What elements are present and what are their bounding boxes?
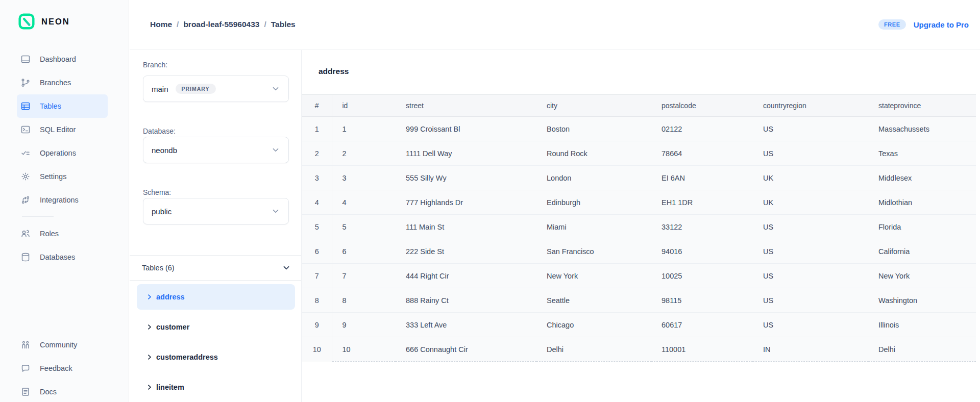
document-icon	[20, 387, 31, 397]
sidebar-item-label: Operations	[40, 149, 76, 157]
cell: 8	[332, 288, 396, 313]
cell: 7	[332, 264, 396, 288]
breadcrumb-separator: /	[177, 20, 179, 29]
left-panel: Branch: main PRIMARY Database: neondb Sc…	[130, 50, 302, 402]
tables-section-header[interactable]: Tables (6)	[130, 255, 301, 281]
column-header-stateprovince: stateprovince	[868, 95, 976, 117]
cell: Middlesex	[868, 166, 976, 190]
database-icon	[20, 252, 31, 262]
cell: 8	[302, 288, 332, 313]
cell: 7	[302, 264, 332, 288]
database-select-value: neondb	[152, 146, 177, 155]
breadcrumb-link[interactable]: broad-leaf-55960433	[183, 20, 259, 29]
cell: 222 Side St	[396, 239, 536, 264]
column-header-street: street	[396, 95, 536, 117]
table-row[interactable]: 44777 Highlands DrEdinburghEH1 1DRUKMidl…	[302, 190, 976, 215]
grid-header-row: #idstreetcitypostalcodecountryregionstat…	[302, 95, 976, 117]
sidebar-item-label: Settings	[40, 172, 66, 181]
cell: 111 Main St	[396, 215, 536, 239]
cell: US	[753, 313, 868, 337]
sidebar-item-roles[interactable]: Roles	[17, 222, 108, 245]
sidebar-item-label: Roles	[40, 230, 59, 238]
cell: 2	[332, 141, 396, 166]
sidebar-nav-secondary: RolesDatabases	[0, 222, 129, 269]
sidebar-item-databases[interactable]: Databases	[17, 245, 108, 269]
neon-logo[interactable]: NEON	[18, 13, 70, 30]
cell: Round Rock	[536, 141, 651, 166]
table-list-item-lineitem[interactable]: lineitem	[137, 374, 295, 400]
cell: 02122	[651, 117, 753, 141]
database-label: Database:	[143, 127, 176, 135]
column-header-countryregion: countryregion	[753, 95, 868, 117]
table-row[interactable]: 77444 Right CirNew York10025USNew York	[302, 264, 976, 288]
table-row[interactable]: 221111 Dell WayRound Rock78664USTexas	[302, 141, 976, 166]
cell: 888 Rainy Ct	[396, 288, 536, 313]
cell: US	[753, 264, 868, 288]
brand-name: NEON	[41, 17, 70, 27]
tables-count-label: Tables (6)	[142, 264, 175, 272]
table-row[interactable]: 33555 Silly WyLondonEI 6ANUKMiddlesex	[302, 166, 976, 190]
breadcrumb-link[interactable]: Tables	[271, 20, 296, 29]
sidebar-item-integrations[interactable]: Integrations	[17, 188, 108, 212]
cell: 6	[332, 239, 396, 264]
table-list-item-customeraddress[interactable]: customeraddress	[137, 344, 295, 370]
sidebar-item-dashboard[interactable]: Dashboard	[17, 47, 108, 71]
cell: 4	[302, 190, 332, 215]
chevron-down-icon	[271, 84, 280, 93]
cell: 1	[302, 117, 332, 141]
cell: US	[753, 215, 868, 239]
cell: 98115	[651, 288, 753, 313]
table-row[interactable]: 55111 Main StMiami33122USFlorida	[302, 215, 976, 239]
cell: 10025	[651, 264, 753, 288]
cell: Massachussets	[868, 117, 976, 141]
schema-select[interactable]: public	[143, 198, 289, 224]
table-name: address	[156, 293, 185, 301]
table-row[interactable]: 99333 Left AveChicago60617USIllinois	[302, 313, 976, 337]
cell: Delhi	[536, 337, 651, 362]
database-select[interactable]: neondb	[143, 137, 289, 163]
sidebar-item-feedback[interactable]: Feedback	[17, 357, 108, 380]
cell: UK	[753, 166, 868, 190]
sidebar-item-settings[interactable]: Settings	[17, 165, 108, 188]
upgrade-to-pro-link[interactable]: Upgrade to Pro	[914, 20, 969, 29]
cell: New York	[868, 264, 976, 288]
free-plan-badge: FREE	[878, 19, 906, 30]
cell: EH1 1DR	[651, 190, 753, 215]
table-name: customeraddress	[156, 353, 218, 361]
sidebar-item-docs[interactable]: Docs	[17, 380, 108, 402]
cell: 78664	[651, 141, 753, 166]
sidebar-item-operations[interactable]: Operations	[17, 141, 108, 165]
table-row[interactable]: 88888 Rainy CtSeattle98115USWashington	[302, 288, 976, 313]
table-row[interactable]: 11999 Croissant BlBoston02122USMassachus…	[302, 117, 976, 141]
community-icon	[20, 340, 31, 350]
cell: 2	[302, 141, 332, 166]
cell: 999 Croissant Bl	[396, 117, 536, 141]
dashboard-icon	[20, 54, 31, 64]
cell: 333 Left Ave	[396, 313, 536, 337]
table-row[interactable]: 66222 Side StSan Francisco94016USCalifor…	[302, 239, 976, 264]
sidebar-nav-main: DashboardBranchesTablesSQL EditorOperati…	[0, 47, 129, 212]
cell: Boston	[536, 117, 651, 141]
cell: Illinois	[868, 313, 976, 337]
sidebar-item-branches[interactable]: Branches	[17, 71, 108, 94]
table-row[interactable]: 1010666 Connaught CirDelhi110001INDelhi	[302, 337, 976, 362]
cell: London	[536, 166, 651, 190]
cell: UK	[753, 190, 868, 215]
sidebar: NEON DashboardBranchesTablesSQL EditorOp…	[0, 0, 129, 402]
cell: EI 6AN	[651, 166, 753, 190]
sidebar-item-tables[interactable]: Tables	[17, 94, 108, 118]
sidebar-item-community[interactable]: Community	[17, 333, 108, 357]
cell: Edinburgh	[536, 190, 651, 215]
sidebar-item-label: Community	[40, 341, 77, 349]
sidebar-item-label: Docs	[40, 388, 57, 396]
users-icon	[20, 229, 31, 239]
table-title: address	[318, 67, 349, 76]
cell: 666 Connaught Cir	[396, 337, 536, 362]
branch-select[interactable]: main PRIMARY	[143, 76, 289, 102]
cell: Texas	[868, 141, 976, 166]
breadcrumb-link[interactable]: Home	[150, 20, 172, 29]
sidebar-item-sql-editor[interactable]: SQL Editor	[17, 118, 108, 141]
table-list-item-customer[interactable]: customer	[137, 314, 295, 340]
sidebar-item-label: Feedback	[40, 364, 72, 372]
table-list-item-address[interactable]: address	[137, 284, 295, 310]
